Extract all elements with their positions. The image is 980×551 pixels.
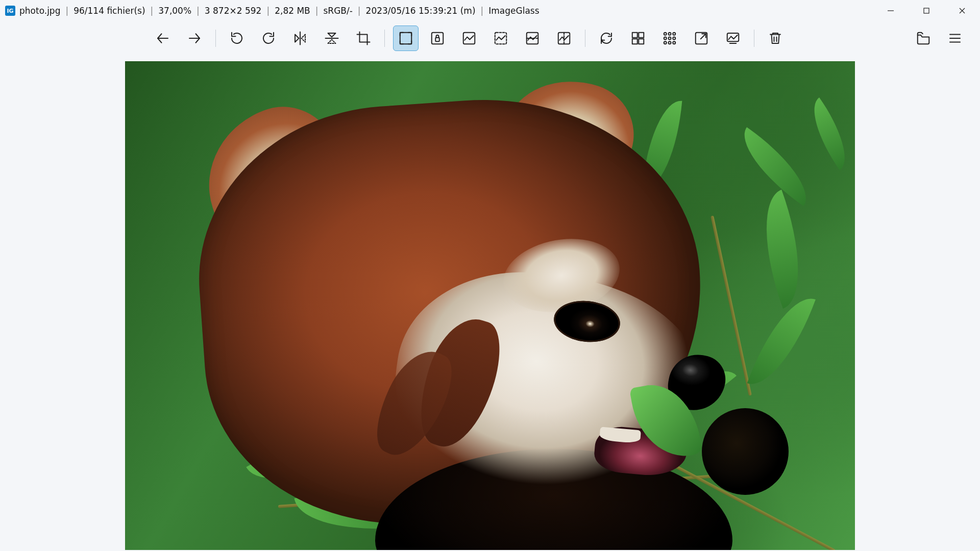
separator: | (151, 6, 154, 16)
svg-rect-23 (632, 39, 638, 44)
open-file-button[interactable] (911, 26, 936, 51)
slideshow-button[interactable] (720, 26, 746, 51)
scale-fit-icon (461, 31, 477, 46)
next-image-button[interactable] (182, 26, 207, 51)
svg-point-30 (673, 37, 675, 40)
colorspace-label: sRGB/- (323, 6, 352, 16)
svg-point-27 (673, 33, 675, 35)
svg-rect-21 (632, 33, 638, 38)
close-icon (959, 7, 966, 14)
toolbar (0, 21, 980, 55)
separator: | (65, 6, 68, 16)
svg-point-31 (664, 41, 667, 44)
svg-rect-13 (432, 33, 444, 44)
flip-vertical-button[interactable] (319, 26, 345, 51)
lock-zoom-icon (430, 31, 445, 46)
svg-rect-22 (639, 33, 644, 38)
trash-icon (768, 31, 783, 46)
window-fit-icon (694, 31, 709, 46)
slideshow-icon (725, 31, 741, 46)
flip-horizontal-button[interactable] (287, 26, 313, 51)
delete-button[interactable] (763, 26, 788, 51)
titlebar: IG photo.jpg | 96/114 fichier(s) | 37,00… (0, 0, 980, 21)
displayed-image (125, 61, 855, 550)
minimize-icon (887, 7, 894, 14)
svg-rect-24 (639, 39, 644, 44)
flip-vertical-icon (324, 31, 339, 46)
flip-horizontal-icon (292, 31, 308, 46)
separator: | (358, 6, 361, 16)
separator: | (197, 6, 200, 16)
hamburger-icon (947, 31, 963, 46)
arrow-left-icon (155, 31, 170, 46)
toolbar-separator (215, 30, 216, 47)
scale-to-fit-button[interactable] (456, 26, 482, 51)
svg-marker-8 (302, 35, 306, 42)
scale-height-icon (556, 31, 572, 46)
svg-marker-10 (328, 33, 336, 37)
scale-to-height-button[interactable] (551, 26, 577, 51)
rotate-cw-button[interactable] (256, 26, 281, 51)
separator: | (481, 6, 484, 16)
svg-rect-12 (400, 33, 412, 44)
scale-width-icon (525, 31, 540, 46)
svg-point-28 (664, 37, 667, 40)
maximize-button[interactable] (909, 0, 944, 21)
filesize-label: 2,82 MB (275, 6, 310, 16)
image-viewport[interactable] (0, 55, 980, 551)
color-picker-button[interactable] (657, 26, 682, 51)
lock-zoom-button[interactable] (425, 26, 450, 51)
toolbar-separator (754, 30, 754, 47)
main-menu-button[interactable] (942, 26, 968, 51)
scale-fill-icon (493, 31, 508, 46)
arrow-right-icon (187, 31, 202, 46)
separator: | (315, 6, 318, 16)
svg-rect-14 (435, 38, 439, 42)
crop-button[interactable] (351, 26, 376, 51)
svg-point-29 (669, 37, 671, 40)
svg-marker-7 (295, 35, 299, 42)
toolbar-separator (585, 30, 585, 47)
rotate-ccw-button[interactable] (224, 26, 250, 51)
crop-icon (356, 31, 371, 46)
thumbnails-icon (630, 31, 646, 46)
svg-point-25 (664, 33, 667, 35)
dimensions-label: 3 872×2 592 (205, 6, 262, 16)
folder-open-icon (916, 31, 931, 46)
maximize-icon (923, 7, 930, 14)
refresh-button[interactable] (594, 26, 619, 51)
thumbnails-button[interactable] (625, 26, 651, 51)
svg-line-35 (701, 34, 706, 39)
grid-dots-icon (662, 31, 677, 46)
svg-rect-36 (727, 33, 739, 41)
zoom-label: 37,00% (158, 6, 191, 16)
scale-to-fill-button[interactable] (488, 26, 513, 51)
toolbar-separator (384, 30, 385, 47)
svg-rect-1 (924, 8, 929, 13)
titlebar-info: photo.jpg | 96/114 fichier(s) | 37,00% |… (19, 6, 540, 16)
separator: | (266, 6, 270, 16)
close-button[interactable] (944, 0, 980, 21)
datetime-label: 2023/05/16 15:39:21 (m) (366, 6, 476, 16)
rotate-ccw-icon (229, 31, 244, 46)
file-index-label: 96/114 fichier(s) (74, 6, 145, 16)
auto-zoom-button[interactable] (393, 26, 419, 51)
svg-point-32 (669, 41, 671, 44)
app-icon: IG (5, 6, 15, 16)
rotate-cw-icon (261, 31, 276, 46)
window-fit-button[interactable] (689, 26, 714, 51)
svg-point-26 (669, 33, 671, 35)
svg-point-33 (673, 41, 675, 44)
auto-zoom-icon (398, 31, 413, 46)
minimize-button[interactable] (873, 0, 909, 21)
previous-image-button[interactable] (150, 26, 176, 51)
filename-label: photo.jpg (19, 6, 60, 16)
refresh-icon (599, 31, 614, 46)
window-controls (873, 0, 980, 21)
scale-to-width-button[interactable] (520, 26, 545, 51)
app-name-label: ImageGlass (488, 6, 539, 16)
svg-marker-11 (328, 40, 336, 44)
